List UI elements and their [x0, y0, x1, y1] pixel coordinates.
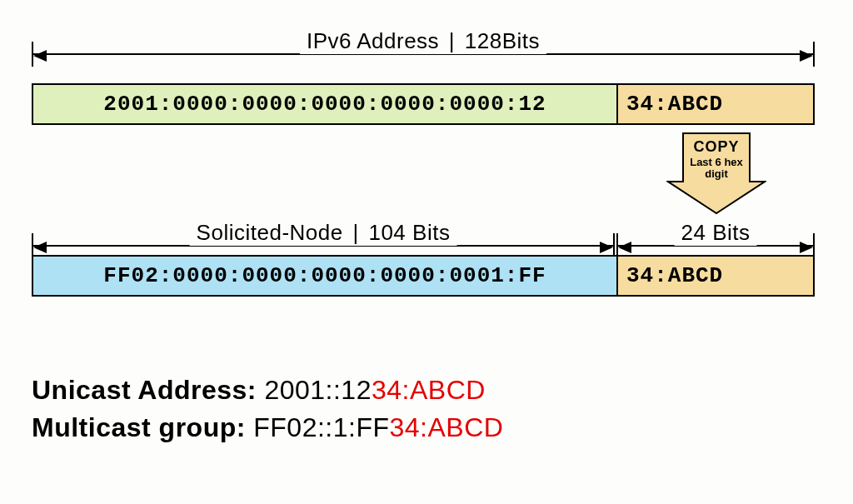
unicast-summary: Unicast Address: 2001::1234:ABCD — [32, 375, 486, 406]
solicited-dim-left: Solicited-Node — [197, 220, 343, 245]
dim-cap-right — [813, 42, 815, 67]
multicast-summary: Multicast group: FF02::1:FF34:ABCD — [32, 412, 503, 443]
ipv6-prefix-text: 2001:0000:0000:0000:0000:0000:12 — [103, 92, 546, 117]
ipv6-prefix-seg: 2001:0000:0000:0000:0000:0000:12 — [33, 85, 616, 123]
dim-sep: | — [449, 28, 455, 53]
ipv6-address-box: 2001:0000:0000:0000:0000:0000:12 34:ABCD — [32, 83, 815, 125]
ipv6-dim-line: IPv6 Address | 128Bits — [32, 42, 815, 67]
dim-sep: | — [352, 220, 358, 245]
copy-sub1: Last 6 hex — [690, 156, 743, 168]
unicast-val-red: 34:ABCD — [372, 375, 486, 405]
solicited-suffix-seg: 34:ABCD — [616, 257, 813, 295]
solicited-suffix-text: 34:ABCD — [626, 263, 723, 288]
multicast-val-black: FF02::1:FF — [253, 412, 389, 442]
multicast-val-red: 34:ABCD — [390, 412, 504, 442]
ipv6-dim-text-right: 128Bits — [465, 28, 540, 53]
ipv6-dim-label: IPv6 Address | 128Bits — [300, 28, 546, 54]
bits24-dim-label: 24 Bits — [675, 220, 757, 246]
copy-arrow: COPY Last 6 hex digit — [666, 132, 766, 215]
multicast-label: Multicast group: — [32, 412, 246, 442]
copy-sub: Last 6 hex digit — [666, 157, 766, 181]
unicast-val-black: 2001::12 — [264, 375, 372, 405]
solicited-dim-label: Solicited-Node | 104 Bits — [190, 220, 457, 246]
copy-sub2: digit — [705, 167, 727, 180]
solicited-prefix-seg: FF02:0000:0000:0000:0000:0001:FF — [33, 257, 616, 295]
solicited-prefix-text: FF02:0000:0000:0000:0000:0001:FF — [103, 263, 546, 288]
unicast-label: Unicast Address: — [32, 375, 257, 405]
solicited-dim-right: 104 Bits — [368, 220, 450, 245]
solicited-address-box: FF02:0000:0000:0000:0000:0001:FF 34:ABCD — [32, 255, 815, 297]
copy-title: COPY — [666, 138, 766, 156]
bits24-dim-text: 24 Bits — [681, 220, 751, 245]
ipv6-suffix-text: 34:ABCD — [626, 92, 723, 117]
ipv6-dim-text-left: IPv6 Address — [307, 28, 439, 53]
ipv6-suffix-seg: 34:ABCD — [616, 85, 813, 123]
